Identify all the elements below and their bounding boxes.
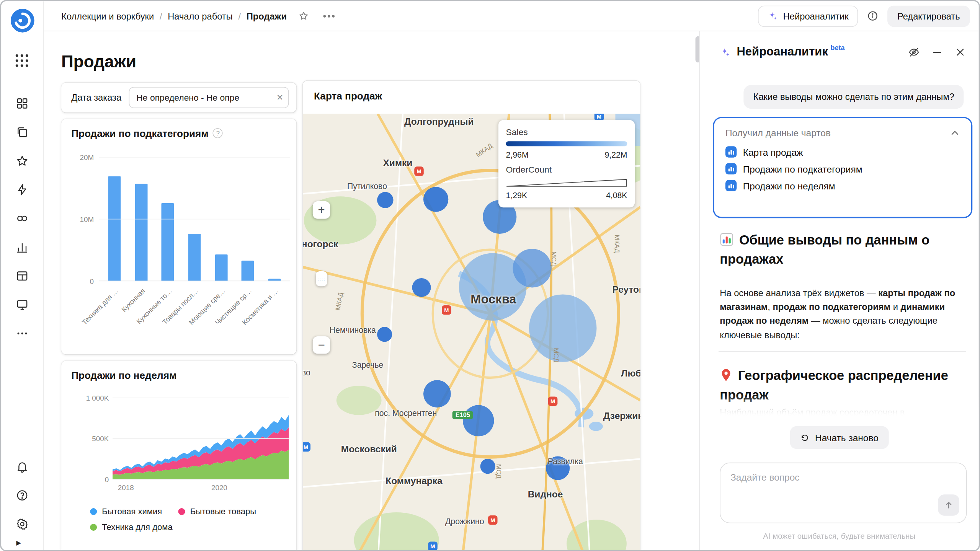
- bar-chart-plot-area: Техника для …КухоннаяКухонные то…Товары …: [99, 158, 290, 281]
- bar[interactable]: [215, 255, 227, 282]
- chart-data-items: Карта продажПродажи по подкатегориямПрод…: [725, 146, 960, 191]
- sales-bubble[interactable]: [480, 459, 495, 474]
- help-icon[interactable]: [10, 483, 34, 507]
- bar-y-tick-label: 20M: [80, 154, 94, 161]
- neuro-panel-footer: Начать заново AI может ошибаться, будьте…: [700, 416, 979, 550]
- bar-category-label: Кухонная: [120, 287, 147, 313]
- info-icon[interactable]: [867, 10, 879, 22]
- chart-data-item-label: Карта продаж: [743, 147, 803, 157]
- sales-bubble[interactable]: [529, 294, 596, 362]
- neuro-panel-header: Нейроаналитик beta: [720, 45, 966, 59]
- legend-label: Техника для дома: [102, 523, 172, 532]
- app-window: ▶ Коллекции и воркбуки / Начало работы /…: [0, 0, 980, 551]
- map-station-icon: М: [428, 542, 438, 550]
- bar-chart[interactable]: 010M20M Техника для …КухоннаяКухонные то…: [71, 158, 290, 345]
- bar[interactable]: [135, 184, 147, 282]
- bar-category-label: Техника для …: [80, 287, 120, 326]
- datalens-logo[interactable]: [10, 9, 34, 33]
- send-button[interactable]: [938, 494, 959, 516]
- neuro-analyst-panel: Нейроаналитик beta Какие выводы можно сд…: [699, 31, 978, 550]
- minimize-icon[interactable]: [931, 46, 943, 58]
- chart-data-item: Карта продаж: [725, 146, 960, 157]
- edit-button[interactable]: Редактировать: [887, 5, 970, 27]
- bar-gridline: [99, 219, 290, 220]
- clear-filter-icon[interactable]: ✕: [276, 93, 283, 103]
- sales-bubble[interactable]: [423, 187, 448, 212]
- map-place-label: Красногорск: [303, 238, 338, 249]
- expand-sidebar-icon[interactable]: ▶: [16, 540, 21, 546]
- bar[interactable]: [242, 261, 254, 281]
- bar-gridline: [99, 157, 290, 158]
- area-y-tick-label: 500K: [92, 435, 109, 443]
- map-place-label: Развилка: [548, 456, 583, 466]
- chart-data-card: Получил данные чартов Карта продажПродаж…: [713, 117, 972, 218]
- bar[interactable]: [108, 176, 121, 281]
- date-filter-select[interactable]: Не определено - Не опре ✕: [129, 87, 289, 108]
- summary-paragraph: На основе анализа трёх виджетов — карты …: [720, 286, 962, 342]
- restart-button[interactable]: Начать заново: [790, 426, 889, 449]
- legend-label: Бытовая химия: [102, 507, 162, 517]
- more-actions-icon[interactable]: [323, 15, 335, 17]
- connections-icon: [16, 212, 29, 225]
- sales-bubble[interactable]: [463, 405, 494, 437]
- mini-chart-icon: [725, 163, 737, 174]
- breadcrumb-separator: /: [160, 11, 162, 21]
- sidebar-item-dashboards[interactable]: [10, 91, 34, 116]
- notifications-icon[interactable]: [10, 454, 34, 479]
- map-road-label: МСД: [550, 251, 558, 266]
- sidebar-item-quick-actions[interactable]: [10, 177, 34, 202]
- bar[interactable]: [188, 234, 201, 282]
- map-zoom-in-button[interactable]: +: [313, 201, 330, 219]
- map-legend: Sales 2,96M 9,22M OrderCount 1,29K 4,08K: [498, 120, 635, 208]
- apps-grid-icon[interactable]: [10, 48, 34, 73]
- sidebar-more-icon[interactable]: [10, 321, 34, 346]
- legend-dot-icon: [178, 508, 185, 515]
- question-input[interactable]: [720, 463, 966, 522]
- area-x-tick-label: 2018: [118, 484, 134, 491]
- sidebar-item-datasets[interactable]: [10, 263, 34, 288]
- map-canvas[interactable]: МММММММДолгопрудныйХимкиПутилковоКрасног…: [303, 114, 640, 550]
- restart-button-label: Начать заново: [815, 432, 879, 443]
- sales-bubble[interactable]: [377, 192, 393, 208]
- map-place-label: Реутов: [612, 284, 640, 295]
- breadcrumb-collections[interactable]: Коллекции и воркбуки: [61, 11, 154, 21]
- area-gridline: [113, 398, 289, 398]
- summary-heading: Общие выводы по данным о продажах: [720, 231, 965, 267]
- bar[interactable]: [162, 203, 174, 281]
- breadcrumb-current: Продажи: [247, 11, 287, 21]
- map-place-label: Дзержинский: [603, 410, 640, 421]
- sales-bubble[interactable]: [513, 249, 552, 287]
- area-gridline: [113, 479, 289, 479]
- map-place-label: Москва: [470, 292, 516, 307]
- sales-bubble[interactable]: [423, 380, 451, 408]
- area-chart[interactable]: 0500K1 000K 20182020: [71, 398, 289, 523]
- sidebar-item-monitoring[interactable]: [10, 292, 34, 317]
- chart-help-icon[interactable]: ?: [213, 128, 223, 138]
- map-ruler-button[interactable]: ::::: [316, 271, 327, 286]
- sales-bubble[interactable]: [377, 327, 392, 342]
- neuro-button-label: Нейроаналитик: [783, 11, 849, 21]
- breadcrumb-getting-started[interactable]: Начало работы: [168, 11, 233, 21]
- sales-bubble[interactable]: [412, 278, 431, 297]
- topbar-actions: Нейроаналитик Редактировать: [758, 5, 970, 27]
- mini-chart-icon: [725, 180, 737, 191]
- bar-chart-icon: [16, 240, 29, 253]
- gear-icon: [16, 517, 29, 530]
- legend-item: Бытовая химия: [90, 507, 162, 517]
- ellipsis-icon: [16, 327, 29, 340]
- map-zoom-out-button[interactable]: −: [313, 336, 330, 354]
- favorite-star-icon[interactable]: [299, 11, 309, 21]
- sparkle-icon: [720, 47, 730, 57]
- area-gridline: [113, 438, 289, 439]
- dashboards-icon: [16, 96, 29, 109]
- visibility-off-icon[interactable]: [908, 46, 920, 58]
- neuro-analyst-button[interactable]: Нейроаналитик: [758, 5, 858, 27]
- collapse-chevron-icon[interactable]: [950, 128, 960, 138]
- sidebar-item-charts[interactable]: [10, 235, 34, 259]
- close-icon[interactable]: [954, 46, 966, 58]
- sidebar-item-connections[interactable]: [10, 205, 34, 230]
- sidebar-item-favorites[interactable]: [10, 148, 34, 173]
- settings-icon[interactable]: [10, 511, 34, 536]
- sidebar-item-collections[interactable]: [10, 119, 34, 144]
- ordercount-max-value: 4,08K: [606, 191, 627, 200]
